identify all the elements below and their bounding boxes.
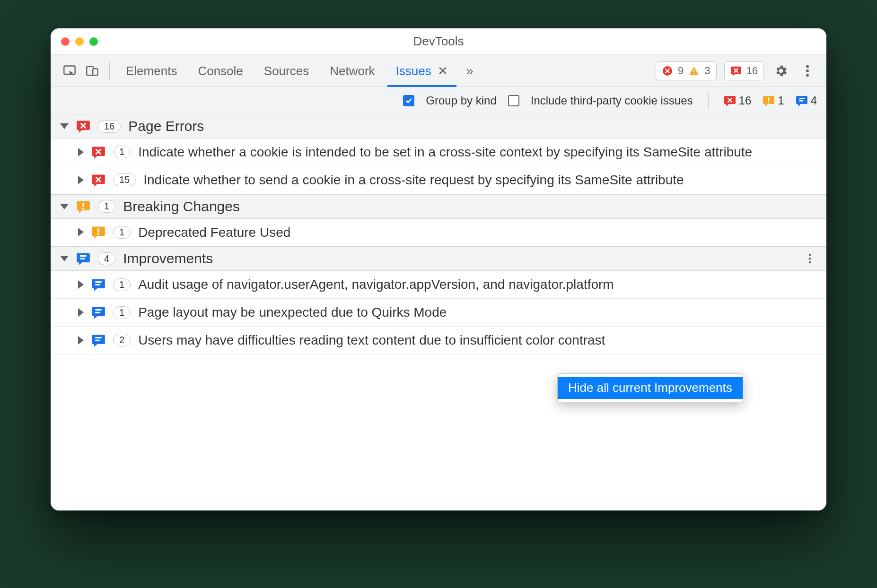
issue-count: 1 [113,226,131,239]
info-icon [91,277,105,292]
zoom-window-button[interactable] [89,37,98,46]
group-count: 4 [98,252,115,265]
group-label: Page Errors [128,118,204,134]
filter-warning-count[interactable]: 1 [763,94,784,107]
group-count: 1 [98,200,115,213]
info-icon [76,251,90,266]
issues-summary-pill[interactable]: 16 [724,61,764,80]
svg-point-15 [809,261,811,264]
group-by-kind-checkbox[interactable] [403,95,414,106]
issue-text: Deprecated Feature Used [138,224,817,242]
svg-point-11 [806,69,809,72]
group-header-error[interactable]: 16Page Errors [51,114,826,138]
disclosure-right-icon [78,336,84,345]
group-header-info[interactable]: 4Improvements [51,246,826,271]
issue-row[interactable]: 1Deprecated Feature Used [51,219,826,247]
disclosure-right-icon [78,228,84,236]
info-icon [91,305,105,320]
info-icon [91,333,105,347]
disclosure-right-icon [78,148,84,156]
issue-count: 1 [113,278,131,291]
svg-point-12 [806,74,809,77]
group-more-icon[interactable] [803,251,817,266]
more-tabs-icon[interactable]: » [460,61,479,80]
error-icon [91,145,105,159]
separator [708,92,709,109]
tab-issues[interactable]: Issues ✕ [387,55,456,87]
separator [109,62,110,79]
tab-label: Issues [396,64,431,78]
issue-text: Indicate whether to send a cookie in a c… [143,171,817,189]
error-icon [91,173,105,187]
tabbar: Elements Console Sources Network Issues … [51,55,826,87]
close-window-button[interactable] [61,37,70,46]
titlebar: DevTools [51,28,826,55]
svg-rect-9 [93,69,98,75]
disclosure-right-icon [78,308,84,317]
issues-filterbar: Group by kind Include third-party cookie… [51,87,826,114]
tab-console[interactable]: Console [189,55,251,87]
context-menu: Hide all current Improvements [557,373,743,402]
device-toggle-icon[interactable] [83,61,102,80]
tab-elements[interactable]: Elements [117,55,185,87]
disclosure-down-icon [60,123,69,129]
warning-icon [76,199,90,214]
devtools-window: DevTools Elements Console Sources Networ… [51,28,826,510]
issue-text: Audit usage of navigator.userAgent, navi… [138,276,817,294]
svg-point-10 [806,65,809,68]
svg-point-13 [809,254,811,256]
svg-rect-7 [64,66,75,74]
disclosure-right-icon [78,280,84,289]
group-by-kind-label: Group by kind [426,94,496,107]
issue-text: Page layout may be unexpected due to Qui… [138,303,817,321]
error-count: 9 [678,65,684,77]
group-count: 16 [98,120,121,133]
settings-icon[interactable] [772,61,790,80]
warning-count: 3 [704,65,710,77]
disclosure-down-icon [60,204,69,209]
inspect-element-icon[interactable] [60,61,79,80]
error-icon [76,119,90,133]
issue-row[interactable]: 1Audit usage of navigator.userAgent, nav… [51,271,826,299]
disclosure-down-icon [60,256,69,261]
issue-text: Users may have difficulties reading text… [138,331,817,349]
issue-row[interactable]: 1Indicate whether a cookie is intended t… [51,138,826,166]
window-title: DevTools [51,34,826,49]
third-party-cookie-label: Include third-party cookie issues [531,94,693,107]
filter-error-count[interactable]: 16 [724,94,752,107]
error-warning-summary-pill[interactable]: 9 3 [656,61,717,80]
group-header-warning[interactable]: 1Breaking Changes [51,194,826,219]
filter-info-count[interactable]: 4 [796,94,817,107]
issue-text: Indicate whether a cookie is intended to… [138,143,817,161]
minimize-window-button[interactable] [75,37,84,46]
disclosure-right-icon [78,176,84,184]
issue-count: 15 [113,173,136,186]
more-icon[interactable] [798,61,817,80]
issue-count: 1 [113,306,131,319]
tab-close-icon[interactable]: ✕ [438,64,448,78]
issues-list: 16Page Errors1Indicate whether a cookie … [51,114,826,510]
tab-sources[interactable]: Sources [255,55,317,87]
issue-count: 2 [113,334,131,346]
group-label: Improvements [123,251,213,267]
tab-network[interactable]: Network [321,55,383,87]
issue-row[interactable]: 2Users may have difficulties reading tex… [51,327,826,355]
traffic-lights [61,37,98,46]
svg-point-14 [809,258,811,260]
issue-row[interactable]: 1Page layout may be unexpected due to Qu… [51,299,826,327]
issues-count: 16 [746,65,758,77]
third-party-cookie-checkbox[interactable] [508,95,519,106]
warning-icon [91,225,105,239]
issue-count: 1 [113,146,131,158]
hide-improvements-menu-item[interactable]: Hide all current Improvements [558,377,743,399]
group-label: Breaking Changes [123,199,240,215]
issue-row[interactable]: 15Indicate whether to send a cookie in a… [51,166,826,194]
